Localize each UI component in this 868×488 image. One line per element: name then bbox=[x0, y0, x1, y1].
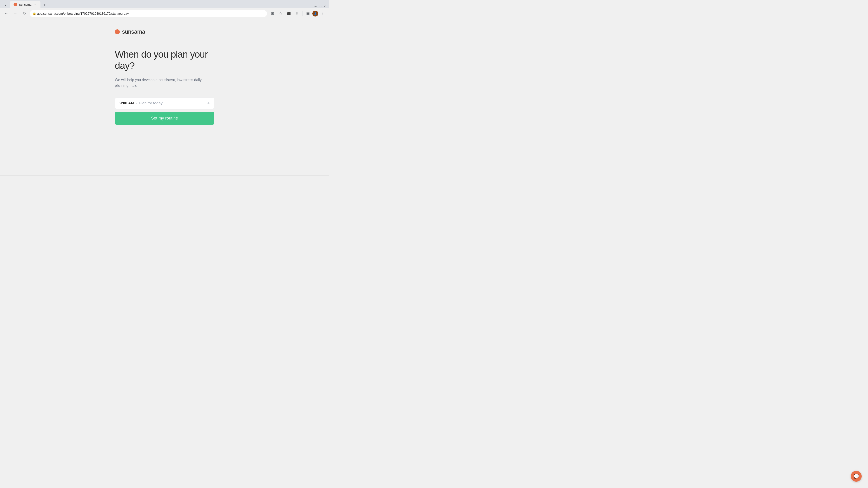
nav-right-controls: ⊞ ☆ ⬛ ⬇ ▣ 👤 ⋮ bbox=[269, 10, 327, 17]
page-subtitle: We will help you develop a consistent, l… bbox=[115, 77, 214, 89]
main-area: When do you plan your day? We will help … bbox=[115, 49, 214, 125]
sidebar-button[interactable]: ▣ bbox=[304, 10, 311, 17]
page-content: sunsama When do you plan your day? We wi… bbox=[0, 19, 329, 175]
cast-icon: ⊞ bbox=[271, 11, 274, 15]
time-input-row[interactable]: 9:00 AM · Plan for today ⌖ bbox=[115, 98, 214, 109]
back-icon: ← bbox=[4, 11, 8, 15]
tab-favicon-icon bbox=[13, 3, 17, 6]
minimize-button[interactable]: ─ bbox=[314, 4, 317, 8]
nav-divider bbox=[302, 11, 303, 16]
tab-bar: ▾ Sunsama × + ─ ▭ ✕ bbox=[0, 0, 329, 8]
active-tab[interactable]: Sunsama × bbox=[10, 1, 40, 8]
logo-icon bbox=[115, 29, 120, 34]
bookmark-button[interactable]: ☆ bbox=[277, 10, 284, 17]
page-heading: When do you plan your day? bbox=[115, 49, 214, 72]
menu-button[interactable]: ⋮ bbox=[319, 10, 327, 17]
close-button[interactable]: ✕ bbox=[323, 4, 327, 8]
forward-button[interactable]: → bbox=[12, 10, 19, 17]
star-icon: ☆ bbox=[279, 11, 282, 15]
back-button[interactable]: ← bbox=[3, 10, 10, 17]
time-separator: · bbox=[136, 101, 137, 105]
cursor-icon: ⌖ bbox=[207, 101, 210, 106]
nav-bar: ← → ↻ 🔒 ⊞ ☆ ⬛ ⬇ ▣ bbox=[0, 8, 329, 19]
forward-icon: → bbox=[13, 11, 17, 15]
refresh-icon: ↻ bbox=[23, 11, 26, 15]
sidebar-icon: ▣ bbox=[306, 11, 310, 15]
browser-chrome: ▾ Sunsama × + ─ ▭ ✕ ← → ↻ 🔒 bbox=[0, 0, 329, 19]
set-routine-button[interactable]: Set my routine bbox=[115, 112, 214, 125]
logo-text: sunsama bbox=[122, 28, 145, 35]
bottom-hint-bar bbox=[0, 175, 329, 175]
adblock-icon: ⬛ bbox=[287, 12, 291, 15]
downloads-icon: ⬇ bbox=[296, 11, 298, 15]
maximize-button[interactable]: ▭ bbox=[318, 4, 322, 8]
address-bar-wrapper: 🔒 bbox=[30, 10, 267, 17]
downloads-button[interactable]: ⬇ bbox=[293, 10, 301, 17]
time-label: Plan for today bbox=[139, 101, 207, 105]
new-tab-button[interactable]: + bbox=[41, 2, 48, 8]
profile-avatar[interactable]: 👤 bbox=[312, 11, 318, 17]
cast-button[interactable]: ⊞ bbox=[269, 10, 276, 17]
time-value: 9:00 AM bbox=[120, 101, 134, 105]
refresh-button[interactable]: ↻ bbox=[21, 10, 28, 17]
tab-close-button[interactable]: × bbox=[33, 3, 37, 6]
tab-chevron-button[interactable]: ▾ bbox=[3, 3, 8, 8]
menu-icon: ⋮ bbox=[321, 11, 324, 15]
adblock-button[interactable]: ⬛ bbox=[285, 10, 292, 17]
logo-container: sunsama bbox=[115, 28, 145, 35]
tab-title: Sunsama bbox=[19, 3, 31, 6]
profile-icon: 👤 bbox=[314, 12, 317, 15]
address-input[interactable] bbox=[30, 10, 267, 17]
